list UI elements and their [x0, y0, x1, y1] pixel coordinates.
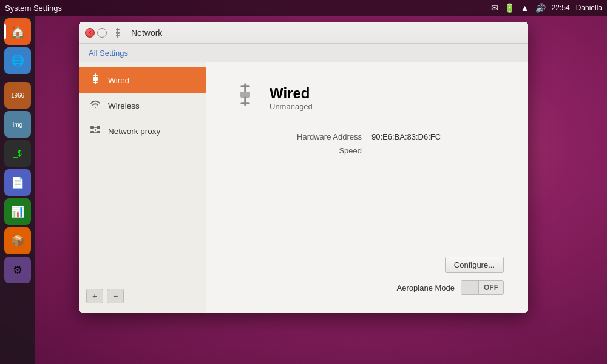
launcher-icon-2[interactable]: img — [4, 111, 31, 138]
taskbar-tray: ✉ 🔋 ▲ 🔊 22:54 Daniella — [491, 3, 602, 13]
svg-rect-5 — [97, 131, 100, 133]
speed-row: Speed — [265, 144, 504, 158]
launcher-icon-docs[interactable]: 📄 — [4, 169, 31, 196]
sidebar-item-proxy-label: Network proxy — [108, 127, 160, 136]
connection-type-icon — [231, 81, 260, 115]
sidebar-item-proxy[interactable]: Network proxy — [79, 118, 206, 144]
aeroplane-toggle[interactable]: OFF — [461, 280, 504, 295]
window-titlebar: × Network — [79, 22, 528, 44]
svg-rect-3 — [97, 126, 100, 129]
proxy-icon — [89, 124, 102, 138]
launcher-icon-terminal[interactable]: _$ — [4, 140, 31, 167]
all-settings-link[interactable]: All Settings — [89, 49, 128, 58]
mail-icon: ✉ — [491, 3, 498, 13]
launcher-icon-home[interactable]: 🏠 — [4, 18, 31, 45]
battery-icon: 🔋 — [504, 3, 515, 13]
window-title-icon — [112, 27, 124, 39]
svg-rect-4 — [90, 131, 94, 133]
aeroplane-mode-row: Aeroplane Mode OFF — [397, 280, 504, 295]
network-tray-icon: ▲ — [521, 3, 529, 13]
hardware-address-value: 90:E6:BA:83:D6:FC — [371, 132, 441, 141]
toggle-track — [461, 281, 478, 294]
launcher-icon-install[interactable]: 📦 — [4, 228, 31, 254]
close-button[interactable]: × — [85, 28, 95, 38]
launcher-icon-misc[interactable]: ⚙ — [4, 257, 31, 283]
clock: 22:54 — [552, 4, 570, 12]
hardware-address-label: Hardware Address — [265, 132, 362, 141]
launcher-icon-browser[interactable]: 🌐 — [4, 47, 31, 74]
connection-info: Wired Unmanaged — [270, 85, 313, 111]
configure-button[interactable]: Configure... — [445, 257, 504, 273]
network-window: × Network All Settings Wi — [79, 22, 528, 313]
taskbar: System Settings ✉ 🔋 ▲ 🔊 22:54 Daniella — [0, 0, 607, 16]
speed-label: Speed — [265, 146, 362, 155]
minimize-button[interactable] — [97, 28, 107, 38]
wireless-icon — [89, 98, 102, 113]
add-connection-button[interactable]: + — [86, 289, 103, 303]
breadcrumb-bar: All Settings — [79, 44, 528, 62]
svg-rect-2 — [90, 126, 94, 129]
window-title: Network — [131, 28, 162, 38]
bottom-bar: Configure... Aeroplane Mode OFF — [231, 249, 504, 295]
main-panel: Wired Unmanaged Hardware Address 90:E6:B… — [206, 62, 528, 313]
sidebar-footer: + − — [79, 284, 206, 308]
window-body: Wired Wireless — [79, 62, 528, 313]
sidebar-item-wired[interactable]: Wired — [79, 67, 206, 93]
launcher-icon-1[interactable]: 1966 — [4, 82, 31, 109]
toggle-off-label: OFF — [478, 281, 503, 294]
launcher-separator — [7, 78, 29, 78]
hardware-address-row: Hardware Address 90:E6:BA:83:D6:FC — [265, 130, 504, 144]
svg-rect-1 — [93, 77, 98, 81]
sidebar-item-wireless[interactable]: Wireless — [79, 93, 206, 118]
taskbar-title: System Settings — [5, 4, 62, 13]
sidebar-item-wired-label: Wired — [108, 76, 129, 85]
sidebar-panel: Wired Wireless — [79, 62, 206, 313]
remove-connection-button[interactable]: − — [107, 289, 124, 303]
svg-rect-0 — [116, 32, 120, 34]
aeroplane-mode-label: Aeroplane Mode — [397, 283, 455, 292]
window-controls: × — [85, 28, 107, 38]
launcher-icon-calc[interactable]: 📊 — [4, 198, 31, 225]
volume-icon: 🔊 — [535, 3, 546, 13]
unity-launcher: 🏠 🌐 1966 img _$ 📄 📊 📦 ⚙ — [0, 16, 35, 364]
connection-name: Wired — [270, 85, 313, 102]
connection-header: Wired Unmanaged — [231, 81, 504, 115]
connection-status: Unmanaged — [270, 102, 313, 111]
sidebar-item-wireless-label: Wireless — [108, 101, 140, 110]
wired-icon — [89, 73, 102, 87]
username: Daniella — [576, 4, 602, 12]
